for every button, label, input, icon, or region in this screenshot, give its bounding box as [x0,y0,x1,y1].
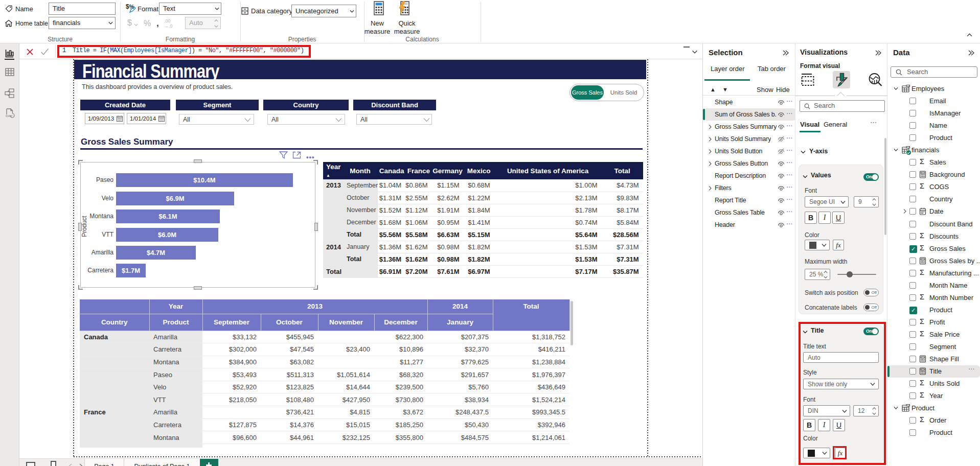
svg-text:DAX: DAX [6,114,12,118]
